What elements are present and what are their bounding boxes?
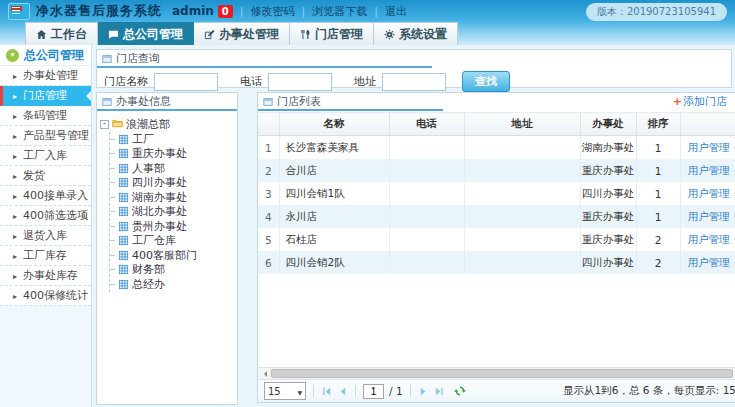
col-name[interactable]: 名称: [279, 113, 389, 136]
page-size-value: 15: [268, 386, 281, 397]
tree-node[interactable]: 四川办事处: [110, 176, 234, 191]
table-row[interactable]: 6 四川会销2队 四川办事处 2 用户管理修改: [258, 251, 735, 274]
tree-node[interactable]: 工厂: [110, 132, 234, 147]
username[interactable]: admin: [172, 4, 214, 18]
col-office[interactable]: 办事处: [580, 113, 636, 136]
row-address: [464, 205, 580, 228]
refresh-icon[interactable]: [454, 385, 466, 397]
logout-link[interactable]: 退出: [385, 4, 407, 19]
browser-download-link[interactable]: 浏览器下载: [312, 4, 367, 19]
sidebar-item[interactable]: 退货入库: [0, 226, 91, 246]
row-phone: [389, 182, 464, 205]
table-row[interactable]: 3 四川会销1队 四川办事处 1 用户管理修改: [258, 182, 735, 205]
tree-node-label: 400客服部门: [132, 248, 197, 263]
notification-badge[interactable]: 0: [218, 5, 233, 18]
tab-system-settings[interactable]: 系统设置: [374, 22, 458, 45]
col-ops: 操作: [680, 113, 735, 136]
row-address: [464, 136, 580, 160]
panel-icon: [263, 97, 273, 107]
sidebar-item[interactable]: 400保修统计: [0, 286, 91, 306]
sidebar-header[interactable]: 总公司管理: [0, 45, 91, 66]
separator: |: [240, 5, 244, 18]
query-form: 门店名称 电话 地址 查找: [97, 68, 731, 92]
phone-input[interactable]: [268, 73, 332, 91]
building-icon: [118, 279, 129, 290]
row-office: 重庆办事处: [580, 159, 636, 182]
tab-workbench[interactable]: 工作台: [25, 22, 98, 45]
office-tree-header: 办事处信息: [97, 93, 237, 108]
table-row[interactable]: 2 合川店 重庆办事处 1 用户管理修改: [258, 159, 735, 182]
sidebar-item[interactable]: 400接单录入: [0, 186, 91, 206]
page-size-select[interactable]: 15: [264, 382, 306, 400]
tree-node[interactable]: 总经办: [110, 277, 234, 292]
scroll-left-icon[interactable]: [258, 368, 269, 379]
address-input[interactable]: [382, 73, 446, 91]
row-address: [464, 228, 580, 251]
user-manage-link[interactable]: 用户管理: [688, 256, 730, 268]
app-logo-icon: [8, 3, 30, 20]
col-address[interactable]: 地址: [464, 113, 580, 136]
scrollbar-thumb[interactable]: [271, 369, 733, 378]
add-store-link[interactable]: +添加门店: [673, 94, 727, 109]
sidebar-item[interactable]: 400筛选选项: [0, 206, 91, 226]
row-address: [464, 251, 580, 274]
sidebar-item[interactable]: 办事处管理: [0, 66, 91, 86]
sidebar-item[interactable]: 工厂库存: [0, 246, 91, 266]
tree-node[interactable]: 财务部: [110, 263, 234, 278]
row-name: 石柱店: [279, 228, 389, 251]
tree-node[interactable]: 400客服部门: [110, 248, 234, 263]
tree-node[interactable]: 人事部: [110, 161, 234, 176]
tree-node[interactable]: 湖北办事处: [110, 205, 234, 220]
tree-node[interactable]: 工厂仓库: [110, 234, 234, 249]
store-name-input[interactable]: [154, 73, 218, 91]
user-manage-link[interactable]: 用户管理: [688, 187, 730, 199]
building-icon: [118, 134, 129, 145]
next-page-button[interactable]: [418, 386, 429, 397]
table-row[interactable]: 5 石柱店 重庆办事处 2 用户管理修改: [258, 228, 735, 251]
tree-node[interactable]: 重庆办事处: [110, 147, 234, 162]
row-address: [464, 182, 580, 205]
row-operations: 用户管理修改: [680, 205, 735, 228]
tree-node[interactable]: 贵州办事处: [110, 219, 234, 234]
search-button[interactable]: 查找: [462, 71, 510, 92]
row-operations: 用户管理修改: [680, 251, 735, 274]
tree-node[interactable]: 湖南办事处: [110, 190, 234, 205]
tree-node-label: 总经办: [132, 277, 165, 292]
sidebar-item-label: 工厂入库: [23, 148, 67, 163]
change-password-link[interactable]: 修改密码: [251, 4, 295, 19]
user-manage-link[interactable]: 用户管理: [688, 210, 730, 222]
tab-office-manage[interactable]: 办事处管理: [194, 22, 290, 45]
page-input[interactable]: [363, 384, 384, 399]
sidebar-item[interactable]: 产品型号管理: [0, 126, 91, 146]
separator: |: [302, 5, 306, 18]
store-name-label: 门店名称: [104, 74, 148, 89]
col-order[interactable]: 排序: [636, 113, 680, 136]
user-manage-link[interactable]: 用户管理: [688, 233, 730, 245]
col-phone[interactable]: 电话: [389, 113, 464, 136]
triangle-right-icon: [13, 209, 19, 222]
sidebar-item[interactable]: 条码管理: [0, 106, 91, 126]
phone-label: 电话: [240, 74, 262, 89]
chat-icon: [108, 29, 119, 40]
table-empty-space: [258, 274, 735, 367]
collapse-icon[interactable]: [100, 120, 109, 129]
sidebar-item[interactable]: 工厂入库: [0, 146, 91, 166]
table-row[interactable]: 1 长沙富森美家具 湖南办事处 1 用户管理修改: [258, 136, 735, 160]
last-page-button[interactable]: [434, 386, 445, 397]
tab-store-manage[interactable]: 门店管理: [290, 22, 374, 45]
table-row[interactable]: 4 永川店 重庆办事处 1 用户管理修改: [258, 205, 735, 228]
sidebar-item[interactable]: 门店管理: [0, 86, 91, 106]
sidebar-item[interactable]: 办事处库存: [0, 266, 91, 286]
tab-head-office[interactable]: 总公司管理: [98, 22, 194, 45]
tree-root-node[interactable]: 浪潮总部: [100, 117, 234, 132]
user-manage-link[interactable]: 用户管理: [688, 164, 730, 176]
sidebar-item[interactable]: 发货: [0, 166, 91, 186]
user-manage-link[interactable]: 用户管理: [688, 141, 730, 153]
app-title: 净水器售后服务系统: [36, 2, 162, 20]
plus-icon: +: [673, 95, 682, 108]
first-page-button[interactable]: [321, 386, 332, 397]
prev-page-button[interactable]: [337, 386, 348, 397]
row-office: 重庆办事处: [580, 228, 636, 251]
row-order: 2: [636, 251, 680, 274]
horizontal-scrollbar[interactable]: [258, 367, 735, 379]
